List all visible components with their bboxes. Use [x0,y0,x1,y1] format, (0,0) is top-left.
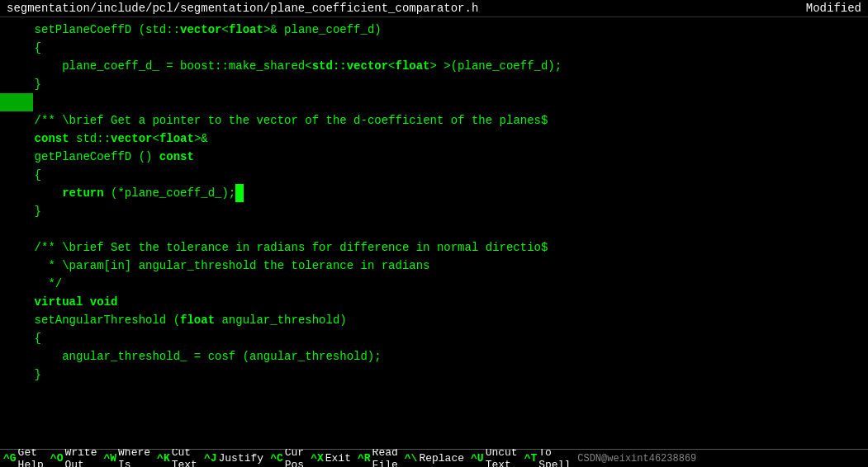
code-line-16: virtual void [0,293,868,311]
code-line-11: } [0,202,868,220]
sb-write-out-label: Write Out [64,446,97,468]
sb-to-spell-label: To Spell [538,446,571,468]
sb-watermark-text: CSDN@weixint46238869 [577,453,696,465]
status-bar: ^G Get Help ^O Write Out ^W Where Is ^K … [0,449,868,467]
sb-replace[interactable]: ^\ Replace [401,450,467,467]
code-line-2: { [0,39,868,57]
sb-cut-text-label: Cut Text [172,446,197,468]
sb-replace-label: Replace [419,452,464,465]
code-line-9: { [0,166,868,184]
sb-uncut-text-label: Uncut Text [486,446,518,468]
sb-cur-pos-label: Cur Pos [285,446,304,468]
sb-watermark: CSDN@weixint46238869 [574,450,700,467]
sb-to-spell[interactable]: ^T To Spell [521,450,575,467]
code-line-19: angular_threshold_ = cosf (angular_thres… [0,347,868,366]
text-cursor [235,184,244,202]
modified-status: Modified [806,2,861,15]
code-line-17: setAngularThreshold (float angular_thres… [0,311,868,329]
code-line-7: const std::vector<float>& [0,130,868,148]
sb-uncut-text[interactable]: ^U Uncut Text [467,450,521,467]
code-line-6: /** \brief Get a pointer to the vector o… [0,111,868,130]
code-line-15: */ [0,275,868,293]
line-marker [0,93,33,111]
sb-read-file-label: Read File [372,446,398,468]
sb-justify-label: Justify [219,452,264,465]
sb-cur-pos[interactable]: ^C Cur Pos [267,450,307,467]
sb-where-is-label: Where Is [118,446,150,468]
title-bar: segmentation/include/pcl/segmentation/pl… [0,0,868,17]
code-line-3: plane_coeff_d_ = boost::make_shared<std:… [0,57,868,75]
sb-exit-label: Exit [325,452,351,465]
sb-cut-text[interactable]: ^K Cut Text [154,450,201,467]
code-line-20: } [0,366,868,384]
sb-write-out[interactable]: ^O Write Out [47,450,101,467]
code-line-1: setPlaneCoeffD (std::vector<float>& plan… [0,21,868,39]
code-line-5-marker [0,93,868,111]
code-line-10: return (*plane_coeff_d_); [0,184,868,202]
filename: segmentation/include/pcl/segmentation/pl… [7,2,478,15]
sb-read-file[interactable]: ^R Read File [354,450,401,467]
code-line-18: { [0,329,868,347]
sb-exit[interactable]: ^X Exit [307,450,354,467]
sb-get-help[interactable]: ^G Get Help [0,450,47,467]
sb-get-help-label: Get Help [18,446,44,468]
editor-area[interactable]: setPlaneCoeffD (std::vector<float>& plan… [0,17,868,449]
code-line-14: * \param[in] angular_threshold the toler… [0,257,868,275]
code-line-8: getPlaneCoeffD () const [0,148,868,166]
code-line-12 [0,220,868,238]
sb-justify[interactable]: ^J Justify [201,450,267,467]
sb-where-is[interactable]: ^W Where Is [100,450,154,467]
code-line-4: } [0,75,868,93]
code-line-13: /** \brief Set the tolerance in radians … [0,238,868,257]
